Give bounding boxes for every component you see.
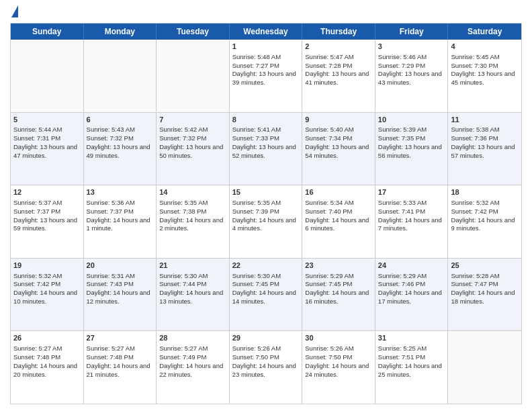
daylight-text: Daylight: 14 hours and 9 minutes. (451, 216, 515, 232)
logo (10, 7, 18, 19)
sunrise-text: Sunrise: 5:35 AM (159, 199, 208, 206)
sunset-text: Sunset: 7:49 PM (159, 353, 206, 361)
daylight-text: Daylight: 13 hours and 52 minutes. (232, 143, 296, 159)
calendar-row: 12Sunrise: 5:37 AMSunset: 7:37 PMDayligh… (11, 185, 521, 259)
calendar-cell: 23Sunrise: 5:29 AMSunset: 7:45 PMDayligh… (302, 259, 375, 331)
sunrise-text: Sunrise: 5:45 AM (451, 53, 499, 60)
calendar-cell: 31Sunrise: 5:25 AMSunset: 7:51 PMDayligh… (375, 331, 449, 404)
day-number: 11 (451, 115, 519, 125)
day-number: 17 (378, 187, 445, 197)
daylight-text: Daylight: 14 hours and 7 minutes. (378, 216, 442, 232)
sunset-text: Sunset: 7:34 PM (305, 134, 352, 142)
calendar-cell: 6Sunrise: 5:43 AMSunset: 7:32 PMDaylight… (84, 113, 157, 185)
day-number: 25 (451, 261, 519, 271)
sunrise-text: Sunrise: 5:28 AM (451, 272, 499, 279)
calendar-cell: 25Sunrise: 5:28 AMSunset: 7:47 PMDayligh… (448, 259, 521, 331)
calendar-header: SundayMondayTuesdayWednesdayThursdayFrid… (11, 24, 521, 40)
daylight-text: Daylight: 13 hours and 45 minutes. (451, 70, 515, 86)
sunset-text: Sunset: 7:50 PM (232, 353, 279, 361)
daylight-text: Daylight: 13 hours and 57 minutes. (451, 143, 515, 159)
sunrise-text: Sunrise: 5:30 AM (159, 272, 208, 279)
weekday-header: Monday (84, 24, 157, 40)
calendar-row: 26Sunrise: 5:27 AMSunset: 7:48 PMDayligh… (11, 331, 521, 404)
day-number: 12 (13, 187, 81, 197)
sunset-text: Sunset: 7:36 PM (451, 134, 498, 142)
calendar-cell: 10Sunrise: 5:39 AMSunset: 7:35 PMDayligh… (375, 113, 449, 185)
sunrise-text: Sunrise: 5:39 AM (378, 126, 427, 133)
calendar-cell (448, 331, 521, 404)
sunset-text: Sunset: 7:31 PM (13, 134, 60, 142)
sunset-text: Sunset: 7:48 PM (13, 353, 60, 361)
calendar-body: 1Sunrise: 5:48 AMSunset: 7:27 PMDaylight… (11, 40, 521, 404)
calendar-cell: 5Sunrise: 5:44 AMSunset: 7:31 PMDaylight… (11, 113, 84, 185)
calendar-cell: 13Sunrise: 5:36 AMSunset: 7:37 PMDayligh… (84, 185, 157, 258)
day-number: 8 (232, 115, 300, 125)
day-number: 16 (305, 187, 372, 197)
day-number: 20 (87, 261, 154, 271)
day-number: 22 (232, 261, 300, 271)
sunrise-text: Sunrise: 5:42 AM (159, 126, 208, 133)
sunrise-text: Sunrise: 5:43 AM (87, 126, 135, 133)
calendar-cell: 14Sunrise: 5:35 AMSunset: 7:38 PMDayligh… (157, 185, 230, 258)
calendar-cell: 8Sunrise: 5:41 AMSunset: 7:33 PMDaylight… (230, 113, 303, 185)
sunrise-text: Sunrise: 5:36 AM (87, 199, 135, 206)
sunrise-text: Sunrise: 5:44 AM (13, 126, 62, 133)
sunset-text: Sunset: 7:50 PM (305, 353, 352, 361)
calendar-cell: 15Sunrise: 5:35 AMSunset: 7:39 PMDayligh… (230, 185, 303, 258)
calendar: SundayMondayTuesdayWednesdayThursdayFrid… (10, 23, 522, 404)
sunrise-text: Sunrise: 5:26 AM (305, 345, 353, 352)
sunrise-text: Sunrise: 5:47 AM (305, 53, 353, 60)
sunset-text: Sunset: 7:33 PM (232, 134, 279, 142)
day-number: 4 (451, 42, 519, 52)
calendar-cell (84, 40, 157, 112)
weekday-header: Tuesday (157, 24, 230, 40)
daylight-text: Daylight: 13 hours and 56 minutes. (378, 143, 442, 159)
calendar-cell: 17Sunrise: 5:33 AMSunset: 7:41 PMDayligh… (375, 185, 449, 258)
day-number: 23 (305, 261, 372, 271)
calendar-row: 5Sunrise: 5:44 AMSunset: 7:31 PMDaylight… (11, 113, 521, 186)
sunrise-text: Sunrise: 5:38 AM (451, 126, 499, 133)
sunrise-text: Sunrise: 5:37 AM (13, 199, 62, 206)
sunset-text: Sunset: 7:47 PM (451, 280, 498, 287)
calendar-cell: 22Sunrise: 5:30 AMSunset: 7:45 PMDayligh… (230, 259, 303, 331)
calendar-cell: 21Sunrise: 5:30 AMSunset: 7:44 PMDayligh… (157, 259, 230, 331)
daylight-text: Daylight: 13 hours and 49 minutes. (87, 143, 150, 159)
day-number: 9 (305, 115, 372, 125)
sunrise-text: Sunrise: 5:34 AM (305, 199, 353, 206)
day-number: 26 (13, 333, 81, 343)
day-number: 3 (378, 42, 445, 52)
sunrise-text: Sunrise: 5:29 AM (305, 272, 353, 279)
calendar-cell (11, 40, 84, 112)
calendar-cell: 3Sunrise: 5:46 AMSunset: 7:29 PMDaylight… (375, 40, 449, 112)
sunset-text: Sunset: 7:37 PM (87, 208, 134, 215)
sunrise-text: Sunrise: 5:33 AM (378, 199, 427, 206)
calendar-cell: 20Sunrise: 5:31 AMSunset: 7:43 PMDayligh… (84, 259, 157, 331)
daylight-text: Daylight: 14 hours and 20 minutes. (13, 362, 77, 378)
calendar-cell: 16Sunrise: 5:34 AMSunset: 7:40 PMDayligh… (302, 185, 375, 258)
sunrise-text: Sunrise: 5:27 AM (87, 345, 135, 352)
weekday-header: Saturday (448, 24, 521, 40)
sunset-text: Sunset: 7:30 PM (451, 62, 498, 69)
daylight-text: Daylight: 13 hours and 41 minutes. (305, 70, 369, 86)
weekday-header: Wednesday (230, 24, 303, 40)
daylight-text: Daylight: 13 hours and 47 minutes. (13, 143, 77, 159)
daylight-text: Daylight: 14 hours and 18 minutes. (451, 289, 515, 305)
sunset-text: Sunset: 7:45 PM (232, 280, 279, 287)
logo-triangle-icon (11, 5, 18, 17)
calendar-cell: 9Sunrise: 5:40 AMSunset: 7:34 PMDaylight… (302, 113, 375, 185)
calendar-cell: 12Sunrise: 5:37 AMSunset: 7:37 PMDayligh… (11, 185, 84, 258)
day-number: 24 (378, 261, 445, 271)
sunset-text: Sunset: 7:43 PM (87, 280, 134, 287)
sunset-text: Sunset: 7:46 PM (378, 280, 425, 287)
daylight-text: Daylight: 14 hours and 21 minutes. (87, 362, 150, 378)
sunrise-text: Sunrise: 5:30 AM (232, 272, 281, 279)
calendar-cell: 11Sunrise: 5:38 AMSunset: 7:36 PMDayligh… (448, 113, 521, 185)
day-number: 15 (232, 187, 300, 197)
day-number: 1 (232, 42, 300, 52)
day-number: 19 (13, 261, 81, 271)
daylight-text: Daylight: 14 hours and 12 minutes. (87, 289, 150, 305)
day-number: 2 (305, 42, 372, 52)
weekday-header: Thursday (302, 24, 375, 40)
calendar-cell: 4Sunrise: 5:45 AMSunset: 7:30 PMDaylight… (448, 40, 521, 112)
daylight-text: Daylight: 13 hours and 43 minutes. (378, 70, 442, 86)
